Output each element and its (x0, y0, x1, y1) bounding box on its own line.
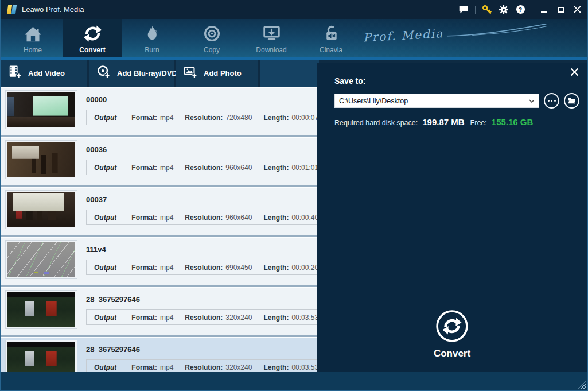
chat-icon[interactable] (458, 5, 469, 15)
format-label: Format: (131, 363, 157, 371)
length-value: 00:00:40 (291, 214, 318, 222)
window-title: Leawo Prof. Media (22, 5, 84, 14)
titlebar-separator (475, 6, 476, 14)
add-photo-icon (184, 65, 197, 82)
convert-icon (83, 20, 103, 44)
gear-icon[interactable] (499, 5, 509, 15)
save-path-row (334, 93, 579, 109)
save-path-input[interactable] (335, 97, 528, 105)
video-thumbnail[interactable] (6, 191, 77, 229)
free-space-value: 155.16 GB (492, 117, 534, 127)
tab-label: Download (256, 46, 286, 54)
resolution-value: 960x640 (225, 214, 252, 222)
tab-download[interactable]: Download (242, 19, 301, 57)
length-label: Length: (263, 313, 289, 322)
convert-settings-panel: Save to: Required hard d (317, 63, 587, 372)
brand-text: Prof. Media (363, 26, 443, 44)
tab-convert[interactable]: Convert (63, 19, 122, 57)
convert-button-label: Convert (317, 348, 587, 359)
length-label: Length: (263, 363, 289, 371)
titlebar-controls: ? (458, 0, 588, 19)
output-label: Output (94, 114, 116, 122)
resolution-label: Resolution: (185, 164, 223, 172)
length-value: 00:03:53 (291, 363, 318, 371)
resolution-label: Resolution: (185, 214, 223, 222)
resolution-label: Resolution: (185, 264, 223, 272)
output-label: Output (94, 214, 116, 222)
add-video-button[interactable]: Add Video (0, 60, 87, 87)
output-label: Output (94, 313, 116, 322)
disk-space-info: Required hard disk space: 199.87 MB Free… (334, 117, 533, 127)
brand-signature: Prof. Media (363, 21, 548, 45)
app-window: Leawo Prof. Media (0, 0, 588, 391)
format-value: mp4 (160, 114, 173, 122)
nav-tabs: Home Convert (3, 19, 361, 57)
tab-copy[interactable]: Copy (182, 19, 242, 57)
format-value: mp4 (160, 214, 173, 222)
save-path-select[interactable] (334, 94, 539, 108)
length-label: Length: (263, 264, 289, 272)
save-to-label: Save to: (334, 76, 365, 86)
close-icon[interactable] (570, 68, 579, 77)
download-icon (262, 20, 281, 44)
convert-button[interactable]: Convert (317, 309, 587, 359)
burn-icon (143, 20, 162, 44)
resolution-value: 960x640 (225, 164, 252, 172)
key-icon[interactable] (482, 5, 492, 15)
convert-circle-icon (435, 335, 469, 344)
resolution-value: 320x240 (225, 313, 252, 322)
free-space-label: Free: (470, 119, 487, 127)
titlebar-separator (532, 6, 532, 14)
format-value: mp4 (160, 164, 173, 172)
video-thumbnail[interactable] (6, 291, 77, 328)
add-bluray-button[interactable]: Add Blu-ray/DVD (89, 60, 174, 87)
tab-label: Convert (79, 46, 105, 54)
resize-grip[interactable] (578, 381, 586, 389)
main-nav: Home Convert (0, 19, 588, 57)
tab-burn[interactable]: Burn (122, 19, 182, 57)
required-space-value: 199.87 MB (422, 117, 464, 127)
dropdown-chevron-icon[interactable] (528, 99, 539, 103)
format-value: mp4 (160, 363, 173, 371)
maximize-icon[interactable] (555, 5, 566, 15)
video-thumbnail[interactable] (6, 91, 77, 129)
output-label: Output (94, 363, 116, 371)
status-bar (0, 372, 588, 391)
help-icon[interactable]: ? (515, 5, 525, 15)
required-space-label: Required hard disk space: (334, 119, 418, 127)
video-thumbnail[interactable] (6, 141, 77, 179)
length-label: Length: (263, 214, 289, 222)
tool-label: Add Video (28, 69, 65, 78)
resolution-label: Resolution: (185, 313, 223, 322)
format-value: mp4 (160, 264, 173, 272)
close-icon[interactable] (572, 5, 582, 15)
brand-swoosh (446, 24, 548, 37)
length-value: 00:03:53 (291, 313, 318, 322)
resolution-label: Resolution: (185, 114, 223, 122)
tool-label: Add Blu-ray/DVD (117, 69, 177, 78)
minimize-icon[interactable] (539, 5, 549, 15)
folder-icon (567, 96, 576, 106)
output-label: Output (94, 164, 116, 172)
tab-label: Cinavia (320, 46, 342, 54)
resolution-value: 320x240 (225, 363, 252, 371)
tab-home[interactable]: Home (3, 19, 63, 57)
format-label: Format: (131, 264, 157, 272)
tool-label: Add Photo (204, 69, 242, 78)
toolbar-filler (260, 60, 319, 87)
add-bluray-icon (97, 65, 111, 82)
length-label: Length: (263, 164, 289, 172)
titlebar: Leawo Prof. Media (0, 0, 588, 19)
ellipsis-icon (548, 100, 556, 102)
tab-label: Home (24, 46, 42, 54)
format-label: Format: (131, 313, 157, 322)
tab-cinavia[interactable]: Cinavia (301, 19, 361, 57)
copy-icon (203, 20, 221, 44)
add-photo-button[interactable]: Add Photo (176, 60, 258, 87)
open-folder-button[interactable] (564, 93, 579, 109)
app-logo-icon (7, 5, 17, 15)
video-thumbnail[interactable] (6, 241, 77, 278)
video-thumbnail[interactable] (6, 340, 77, 372)
browse-button[interactable] (544, 93, 559, 109)
add-video-icon (8, 65, 22, 82)
